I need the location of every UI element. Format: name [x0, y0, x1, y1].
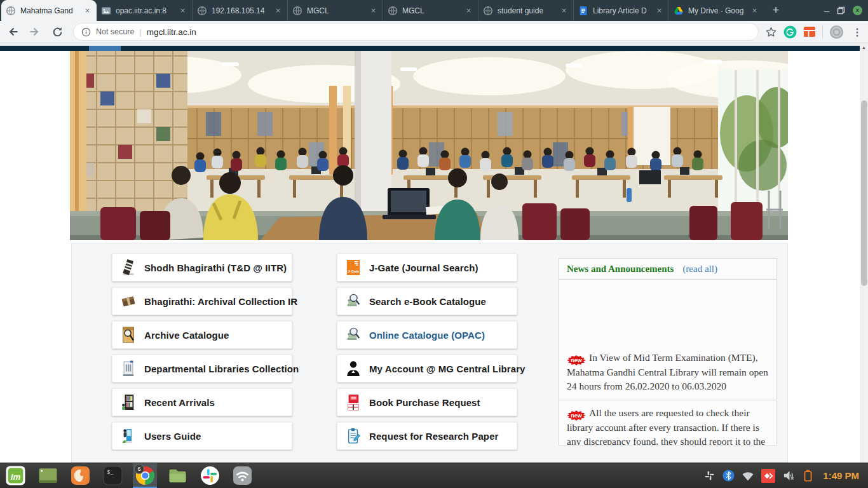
browser-tab[interactable]: 192.168.105.14×: [192, 0, 287, 21]
info-icon[interactable]: [81, 27, 91, 37]
quick-link-label: Shodh Bhagirathi (T&D @ IITR): [144, 262, 287, 273]
slack-tray-icon[interactable]: [703, 470, 715, 482]
battery-icon[interactable]: [803, 469, 813, 482]
news-spacer: [559, 280, 776, 345]
close-tab-icon[interactable]: ×: [369, 6, 378, 15]
grammarly-extension-icon[interactable]: [783, 25, 797, 39]
scrollbar-thumb[interactable]: [861, 100, 867, 286]
system-tray: 1:49 PM: [703, 469, 865, 483]
tab-title: 192.168.105.14: [212, 6, 273, 15]
quick-link-card[interactable]: Users Guide: [112, 422, 292, 450]
taskbar-firefox-button[interactable]: [68, 463, 92, 488]
news-item: newAll the users are requested to check …: [559, 400, 776, 445]
browser-tab[interactable]: MGCL×: [383, 0, 478, 21]
globe-favicon: [197, 6, 207, 16]
quick-link-card[interactable]: Online Catalogue (OPAC): [337, 321, 517, 349]
quick-link-card[interactable]: Search e-Book Catalogue: [337, 287, 517, 315]
library-photo: [70, 51, 788, 240]
taskbar-slack-button[interactable]: [198, 463, 222, 488]
close-tab-icon[interactable]: ×: [750, 6, 759, 15]
quick-link-label: Search e-Book Catalogue: [369, 296, 486, 307]
quick-link-card[interactable]: Shodh Bhagirathi (T&D @ IITR): [112, 254, 292, 281]
quick-link-card[interactable]: J-GateJ-Gate (Journal Search): [337, 254, 517, 281]
taskbar: lm$_6 1:49 PM: [0, 463, 868, 488]
quick-link-card[interactable]: My Account @ MG Central Library: [337, 355, 517, 383]
quick-links-left-column: Shodh Bhagirathi (T&D @ IITR)Bhagirathi:…: [112, 254, 292, 456]
browser-tab[interactable]: student guide×: [478, 0, 573, 21]
close-window-button[interactable]: ×: [853, 6, 862, 15]
taskbar-apps: lm$_6: [3, 463, 254, 488]
news-text: All the users are requested to check the…: [567, 407, 765, 445]
tab-title: Library Article D: [593, 6, 654, 15]
terminal-icon: $_: [103, 466, 123, 485]
scrollbar[interactable]: ▲: [860, 43, 868, 463]
quick-link-card[interactable]: Departmental Libraries Collection: [112, 355, 292, 383]
quick-link-label: Online Catalogue (OPAC): [369, 330, 485, 341]
quick-link-label: Request for Research Paper: [369, 431, 499, 442]
browser-menu-icon[interactable]: ⋮: [850, 26, 864, 38]
quick-link-label: Departmental Libraries Collection: [144, 363, 299, 374]
forward-button[interactable]: [26, 23, 44, 41]
quick-link-card[interactable]: Archive Catalogue: [112, 321, 292, 349]
reload-button[interactable]: [48, 23, 67, 41]
taskbar-clock[interactable]: 1:49 PM: [823, 470, 859, 481]
news-title: News and Announcements: [567, 264, 674, 274]
quick-link-card[interactable]: Request for Research Paper: [337, 422, 517, 450]
quick-link-card[interactable]: Bhagirathi: Archival Collection IR: [112, 287, 292, 315]
close-tab-icon[interactable]: ×: [178, 6, 187, 15]
browser-tab[interactable]: Mahatma Gand×: [1, 0, 97, 21]
minimize-button[interactable]: –: [824, 8, 829, 14]
close-tab-icon[interactable]: ×: [654, 6, 664, 15]
taskbar-chrome-button[interactable]: 6: [133, 463, 157, 488]
taskbar-network-button[interactable]: [230, 463, 254, 488]
tab-title: Mahatma Gand: [20, 6, 83, 15]
window-controls: – ×: [824, 6, 868, 15]
close-tab-icon[interactable]: ×: [83, 6, 92, 15]
show-desktop-icon: [38, 466, 58, 485]
close-tab-icon[interactable]: ×: [559, 6, 569, 15]
browser-toolbar: Not secure | mgcl.iitr.ac.in ⋮: [0, 21, 868, 43]
restore-button[interactable]: [837, 6, 845, 15]
url-text: mgcl.iitr.ac.in: [147, 27, 196, 37]
content-panel: Shodh Bhagirathi (T&D @ IITR)Bhagirathi:…: [71, 243, 788, 463]
guide-kiosk-icon: [121, 427, 136, 445]
taskbar-files-button[interactable]: [165, 463, 189, 488]
close-tab-icon[interactable]: ×: [464, 6, 473, 15]
quick-link-label: My Account @ MG Central Library: [369, 363, 526, 374]
anydesk-icon[interactable]: [761, 469, 775, 483]
taskbar-mint-menu-button[interactable]: lm: [3, 463, 27, 488]
wifi-icon[interactable]: [742, 470, 754, 482]
bluetooth-icon[interactable]: [722, 470, 735, 482]
browser-tab[interactable]: MGCL×: [287, 0, 383, 21]
scrollbar-up-arrow[interactable]: ▲: [860, 43, 868, 51]
volume-muted-icon[interactable]: [782, 469, 796, 482]
svg-text:$_: $_: [107, 470, 113, 475]
news-list: newIn View of Mid Term Examination (MTE)…: [559, 345, 776, 445]
browser-tab[interactable]: opac.iitr.ac.in:8×: [97, 0, 192, 21]
new-badge: new: [567, 355, 586, 365]
read-all-link[interactable]: (read all): [682, 264, 717, 274]
toolbar-actions: ⋮: [765, 25, 864, 39]
close-tab-icon[interactable]: ×: [273, 6, 283, 15]
quick-link-label: Recent Arrivals: [144, 397, 215, 408]
thesis-books-icon: [121, 259, 136, 276]
new-tab-button[interactable]: +: [766, 1, 785, 20]
profile-avatar[interactable]: [829, 25, 844, 39]
browser-tab[interactable]: My Drive - Goog×: [668, 0, 764, 21]
quick-link-label: Bhagirathi: Archival Collection IR: [144, 296, 297, 307]
archive-search-icon: [121, 326, 136, 344]
quick-link-card[interactable]: Book Purchase Request: [337, 388, 517, 416]
window-resizer-extension-icon[interactable]: [803, 25, 816, 38]
quick-link-card[interactable]: Recent Arrivals: [112, 388, 292, 416]
bookmark-star-icon[interactable]: [765, 26, 777, 38]
back-button[interactable]: [4, 23, 22, 41]
taskbar-terminal-button[interactable]: $_: [100, 463, 125, 488]
browser-tab[interactable]: Library Article D×: [573, 0, 668, 21]
globe-favicon: [483, 6, 493, 16]
quick-link-label: Book Purchase Request: [369, 397, 480, 408]
slack-icon: [200, 466, 220, 485]
archive-box-icon: [121, 292, 136, 310]
taskbar-show-desktop-button[interactable]: [36, 463, 60, 488]
user-silhouette-icon: [346, 360, 361, 377]
address-bar[interactable]: Not secure | mgcl.iitr.ac.in: [73, 23, 759, 41]
